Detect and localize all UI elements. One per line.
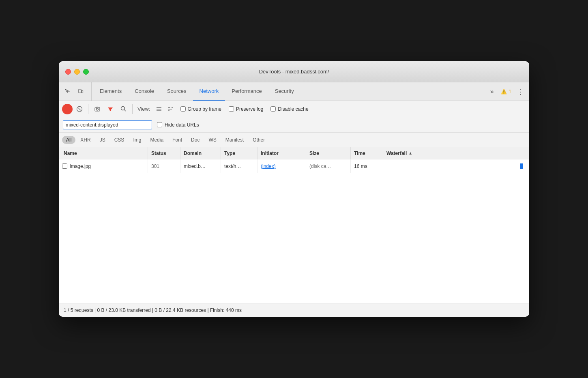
group-by-frame-label[interactable]: Group by frame [180, 106, 221, 112]
sort-arrow-icon: ▲ [408, 151, 412, 155]
title-bar: DevTools - mixed.badssl.com/ [59, 61, 529, 82]
search-button[interactable] [118, 103, 129, 115]
filter-type-css[interactable]: CSS [110, 136, 129, 144]
svg-point-5 [97, 108, 99, 110]
col-header-domain[interactable]: Domain [180, 147, 221, 159]
clear-button[interactable] [74, 104, 85, 114]
status-bar: 1 / 5 requests | 0 B / 23.0 KB transferr… [59, 303, 529, 317]
filter-type-manifest[interactable]: Manifest [221, 136, 248, 144]
tab-network[interactable]: Network [193, 82, 225, 101]
table-row[interactable]: image.jpg 301 mixed.b… text/h… (index) (… [59, 159, 529, 173]
cell-size: (disk ca… [306, 159, 351, 173]
view-label: View: [137, 106, 150, 112]
inspect-icon[interactable] [62, 86, 73, 97]
warning-icon: ⚠️ [501, 89, 507, 94]
group-by-frame-checkbox[interactable] [180, 106, 186, 112]
preserve-log-checkbox[interactable] [229, 106, 234, 112]
divider-1 [88, 104, 88, 114]
filter-type-media[interactable]: Media [146, 136, 167, 144]
window-title: DevTools - mixed.badssl.com/ [259, 69, 329, 75]
table-header: Name Status Domain Type Initiator Size T… [59, 147, 529, 159]
cell-time: 16 ms [351, 159, 383, 173]
svg-line-3 [78, 108, 81, 110]
svg-rect-1 [82, 90, 83, 93]
warning-count: 1 [509, 89, 511, 94]
tab-performance[interactable]: Performance [225, 82, 268, 101]
menu-button[interactable]: ⋮ [515, 86, 526, 97]
maximize-button[interactable] [83, 69, 89, 75]
cell-domain: mixed.b… [180, 159, 221, 173]
filter-button[interactable] [105, 103, 116, 115]
tab-console[interactable]: Console [128, 82, 161, 101]
filter-type-font[interactable]: Font [168, 136, 186, 144]
col-header-initiator[interactable]: Initiator [258, 147, 306, 159]
tab-elements[interactable]: Elements [93, 82, 128, 101]
filter-type-js[interactable]: JS [96, 136, 109, 144]
col-header-status[interactable]: Status [148, 147, 180, 159]
tab-bar-right: » ⚠️ 1 ⋮ [483, 82, 526, 101]
list-view-button[interactable] [154, 104, 164, 114]
divider-2 [132, 104, 133, 114]
hide-data-urls-label[interactable]: Hide data URLs [157, 122, 199, 128]
initiator-link[interactable]: (index) [261, 163, 276, 169]
col-header-waterfall[interactable]: Waterfall ▲ [383, 147, 529, 159]
filter-type-ws[interactable]: WS [204, 136, 220, 144]
minimize-button[interactable] [74, 69, 80, 75]
cell-waterfall [383, 159, 529, 173]
col-header-name[interactable]: Name [59, 147, 148, 159]
record-button[interactable] [62, 104, 73, 114]
svg-line-7 [124, 110, 126, 112]
cell-status: 301 [148, 159, 180, 173]
devtools-window: DevTools - mixed.badssl.com/ Elements Co… [59, 61, 529, 317]
table-empty-area [59, 173, 529, 303]
filter-type-doc[interactable]: Doc [187, 136, 204, 144]
tab-bar-icons [62, 82, 92, 101]
warning-badge[interactable]: ⚠️ 1 [501, 89, 511, 94]
network-toolbar: View: Group by frame [59, 101, 529, 117]
col-header-time[interactable]: Time [351, 147, 383, 159]
filter-row: Hide data URLs [59, 117, 529, 133]
row-checkbox[interactable] [62, 163, 67, 169]
screenshot-button[interactable] [92, 103, 103, 115]
filter-type-xhr[interactable]: XHR [76, 136, 94, 144]
traffic-lights [59, 69, 89, 75]
svg-point-6 [121, 107, 124, 110]
svg-rect-0 [79, 89, 81, 93]
close-button[interactable] [65, 69, 71, 75]
tab-security[interactable]: Security [268, 82, 300, 101]
col-header-size[interactable]: Size [306, 147, 351, 159]
filter-type-all[interactable]: All [62, 136, 75, 144]
filter-input[interactable] [63, 120, 152, 129]
waterfall-bar [520, 163, 523, 169]
cell-type: text/h… [221, 159, 258, 173]
waterfall-view-button[interactable] [165, 104, 176, 114]
tab-sources[interactable]: Sources [161, 82, 193, 101]
more-tabs-button[interactable]: » [486, 86, 498, 97]
filter-type-img[interactable]: Img [129, 136, 145, 144]
svg-rect-4 [95, 107, 100, 111]
status-text: 1 / 5 requests | 0 B / 23.0 KB transferr… [64, 307, 242, 313]
preserve-log-label[interactable]: Preserve log [229, 106, 263, 112]
tab-bar: Elements Console Sources Network Perform… [59, 82, 529, 101]
tab-items: Elements Console Sources Network Perform… [93, 82, 483, 101]
device-mode-icon[interactable] [75, 86, 86, 97]
disable-cache-label[interactable]: Disable cache [270, 106, 308, 112]
cell-initiator: (index) [258, 159, 306, 173]
hide-data-urls-checkbox[interactable] [157, 122, 162, 127]
disable-cache-checkbox[interactable] [270, 106, 276, 112]
network-table: Name Status Domain Type Initiator Size T… [59, 147, 529, 303]
filter-types-bar: All XHR JS CSS Img Media Font Doc WS Man… [59, 133, 529, 147]
filter-type-other[interactable]: Other [249, 136, 269, 144]
cell-name: image.jpg [59, 159, 148, 173]
view-icons [154, 104, 176, 114]
checkbox-group: Group by frame Preserve log Disable cach… [180, 106, 309, 112]
col-header-type[interactable]: Type [221, 147, 258, 159]
